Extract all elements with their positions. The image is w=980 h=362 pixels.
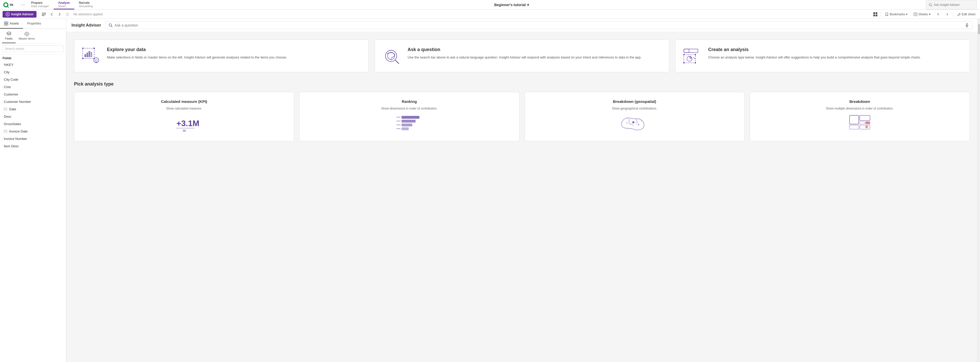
field-item[interactable]: Desc (0, 113, 66, 120)
smart-search-button[interactable] (41, 11, 47, 18)
app-title[interactable]: Beginner's tutorial ▾ (494, 3, 529, 7)
search-assets-input[interactable] (3, 45, 64, 52)
smart-search-icon (42, 12, 46, 16)
edit-sheet-button[interactable]: Edit sheet (955, 11, 977, 17)
svg-rect-19 (6, 22, 8, 23)
tab-properties[interactable]: Properties (23, 19, 45, 29)
tab-prepare[interactable]: Prepare Data manager (27, 0, 54, 10)
explore-icon-container (81, 47, 102, 65)
svg-rect-39 (86, 53, 88, 57)
microphone-icon[interactable] (965, 23, 969, 27)
field-item[interactable]: Invoice Number (0, 135, 66, 142)
field-item[interactable]: Customer (0, 91, 66, 98)
ranking-card-visual (394, 113, 425, 134)
svg-rect-82 (865, 126, 868, 128)
field-item[interactable]: City (0, 69, 66, 76)
breakdown-card-visual (845, 113, 875, 134)
geospatial-visual (619, 113, 650, 134)
field-item[interactable]: Item Desc (0, 142, 66, 150)
svg-rect-65 (401, 120, 415, 123)
field-item[interactable]: Customer Number (0, 98, 66, 105)
ia-search-input[interactable] (115, 23, 963, 27)
create-icon (682, 47, 703, 65)
field-item[interactable]: City Code (0, 76, 66, 83)
create-card-content: Create an analysis Choose an analysis ty… (708, 47, 963, 60)
ia-header-row: Insight Advisor (66, 19, 977, 32)
svg-rect-37 (83, 48, 94, 59)
ia-search-bar[interactable] (105, 21, 972, 29)
field-item[interactable]: %KEY (0, 61, 66, 69)
svg-point-48 (94, 58, 95, 59)
analysis-card-ranking[interactable]: Ranking Show dimensions in order of cont… (299, 92, 519, 141)
tab-master-items[interactable]: Master items (16, 29, 38, 43)
grid-view-button[interactable] (872, 11, 879, 18)
info-card-create: Create an analysis Choose an analysis ty… (675, 40, 970, 72)
right-scrollbar[interactable] (977, 19, 980, 362)
analysis-card-kpi[interactable]: Calculated measure (KPI) Show calculated… (74, 92, 294, 141)
svg-rect-77 (850, 115, 859, 124)
svg-point-58 (695, 54, 696, 56)
svg-line-51 (395, 60, 399, 64)
svg-rect-63 (183, 130, 186, 132)
sheets-button[interactable]: Sheets ▾ (912, 11, 932, 17)
prev-sheet-icon (937, 13, 940, 16)
svg-rect-21 (6, 24, 8, 25)
field-item-name: GrossSales (4, 122, 63, 126)
calendar-field-icon (4, 107, 7, 111)
info-card-ask: Ask a question Use the search bar above … (375, 40, 669, 72)
tab-fields[interactable]: Fields (2, 29, 16, 43)
tab-assets[interactable]: Assets (0, 19, 23, 29)
insight-advisor-button[interactable]: Insight Advisor (3, 11, 37, 18)
svg-line-33 (111, 26, 112, 27)
bookmarks-dropdown-icon: ▾ (906, 13, 907, 16)
svg-point-75 (638, 124, 639, 126)
breakdown-card-title: Breakdown (849, 99, 870, 104)
svg-rect-41 (91, 52, 92, 57)
svg-rect-78 (860, 115, 870, 121)
analysis-card-geospatial[interactable]: Breakdown (geospatial) Show geographical… (525, 92, 745, 141)
toolbar-separator-2 (881, 12, 881, 17)
svg-rect-40 (89, 51, 90, 57)
clear-selections-button[interactable] (64, 11, 70, 18)
no-selections-label: No selections applied (73, 13, 103, 16)
field-item[interactable]: GrossSales (0, 120, 66, 128)
svg-rect-8 (42, 14, 46, 15)
next-sheet-button[interactable] (944, 12, 951, 17)
search-assets-area (0, 43, 66, 54)
geospatial-card-visual (619, 113, 650, 134)
more-options-button[interactable]: ⋯ (19, 0, 27, 10)
field-item-name: City Code (4, 78, 63, 81)
field-item-name: Cost (4, 85, 63, 89)
field-item[interactable]: Cost (0, 83, 66, 91)
ia-panel-title: Insight Advisor (72, 23, 101, 27)
svg-point-46 (94, 48, 95, 49)
prev-sheet-button[interactable] (935, 12, 942, 17)
tab-narrate[interactable]: Narrate Storytelling (74, 0, 97, 10)
tab-analyze[interactable]: Analyze Sheet (54, 0, 74, 10)
field-item-name: Customer Number (4, 100, 63, 104)
svg-rect-10 (873, 12, 875, 14)
svg-rect-79 (860, 121, 864, 124)
geospatial-card-desc: Show geographical contributions. (612, 107, 657, 110)
ask-card-content: Ask a question Use the search bar above … (408, 47, 662, 60)
clear-icon (65, 12, 70, 16)
analysis-card-breakdown[interactable]: Breakdown Show multiple dimensions in or… (750, 92, 970, 141)
toolbar-separator-1 (38, 12, 39, 17)
app-title-dropdown-icon: ▾ (527, 3, 529, 7)
tab-analyze-label: Analyze (58, 1, 70, 5)
field-item-name: Date (9, 107, 63, 111)
bookmarks-label: Bookmarks (889, 13, 905, 16)
field-item[interactable]: Invoice Date (0, 128, 66, 135)
field-item[interactable]: Date (0, 105, 66, 113)
bookmarks-button[interactable]: Bookmarks ▾ (883, 11, 910, 17)
back-button[interactable] (49, 11, 55, 17)
nav-search-input[interactable] (934, 3, 972, 6)
ia-search-icon (108, 23, 113, 27)
ranking-card-title: Ranking (402, 99, 417, 104)
back-icon (50, 13, 54, 16)
explore-card-desc: Make selections in fields or master item… (107, 55, 361, 60)
sheets-icon (914, 13, 917, 16)
forward-button[interactable] (57, 11, 62, 17)
calendar-field-icon (4, 130, 7, 133)
nav-search-bar[interactable] (926, 0, 977, 10)
